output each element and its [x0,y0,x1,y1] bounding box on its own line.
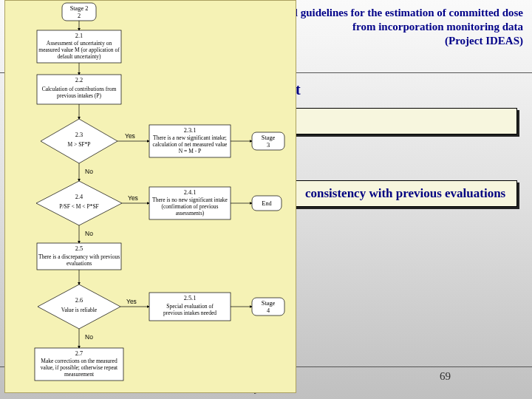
header-line3: (Project IDEAS) [259,34,523,48]
svg-text:value, if possible; otherwise : value, if possible; otherwise repeat [41,364,118,371]
yes-23: Yes [125,132,135,140]
svg-text:previous intakes (P): previous intakes (P) [57,92,101,99]
yes-26: Yes [126,298,137,305]
svg-text:2.5.1: 2.5.1 [184,295,197,301]
stage2-line1: Stage 2 [70,5,89,12]
band-2-text: consistency with previous evaluations [305,186,505,201]
svg-text:M > SF*P: M > SF*P [68,141,91,148]
no-26: No [85,333,93,341]
svg-text:N = M - P: N = M - P [179,148,201,154]
svg-text:calculation of net measured va: calculation of net measured value [153,141,228,148]
svg-text:(confirmation of previous: (confirmation of previous [161,203,218,210]
svg-text:evaluations: evaluations [66,260,92,267]
svg-text:2.6: 2.6 [75,297,83,304]
no-23: No [85,168,93,175]
svg-text:There is no new significant in: There is no new significant intake [152,197,228,203]
svg-text:Make corrections on the measur: Make corrections on the measured [41,358,117,364]
svg-text:Calculation of contributions f: Calculation of contributions from [42,86,117,92]
svg-text:default uncertainty): default uncertainty) [58,53,101,60]
svg-text:measurement: measurement [64,371,95,378]
header-line1: General guidelines for the estimation of… [259,6,523,20]
svg-text:End: End [262,200,272,207]
page-number: 69 [440,370,451,383]
no-24: No [85,230,93,237]
svg-text:2.3: 2.3 [75,132,83,138]
svg-text:There is a discrepancy with pr: There is a discrepancy with previous [38,253,120,260]
svg-text:Special evaluation of: Special evaluation of [166,303,214,310]
svg-text:measured value M (or applicati: measured value M (or application of [38,47,120,53]
svg-text:Stage: Stage [262,300,276,307]
svg-text:2.4.1: 2.4.1 [184,189,197,196]
n21-title: 2.1 [75,33,83,39]
svg-text:Stage: Stage [262,134,276,141]
svg-text:2.5: 2.5 [75,245,83,252]
yes-24: Yes [128,194,138,202]
svg-text:Assessment of uncertainty on: Assessment of uncertainty on [47,40,112,47]
svg-text:2.4: 2.4 [75,194,83,200]
n22-title: 2.2 [75,77,83,83]
stage2-line2: 2 [78,13,81,19]
svg-text:previous intakes needed: previous intakes needed [163,310,216,316]
svg-text:2.3.1: 2.3.1 [184,127,197,134]
svg-text:P/SF < M < P*SF: P/SF < M < P*SF [59,203,99,210]
svg-text:Value is reliable: Value is reliable [61,307,98,313]
svg-text:assessments): assessments) [176,210,205,216]
flowchart-svg: Stage 2 2 2.1 Assessment of uncertainty … [5,1,296,393]
flowchart-panel: Stage 2 2 2.1 Assessment of uncertainty … [4,0,296,393]
header-line2: from incorporation monitoring data [259,20,523,34]
header: General guidelines for the estimation of… [259,6,523,47]
svg-text:3: 3 [267,142,270,149]
svg-text:There is a new significant int: There is a new significant intake; [153,134,227,141]
svg-text:2.7: 2.7 [75,350,83,357]
